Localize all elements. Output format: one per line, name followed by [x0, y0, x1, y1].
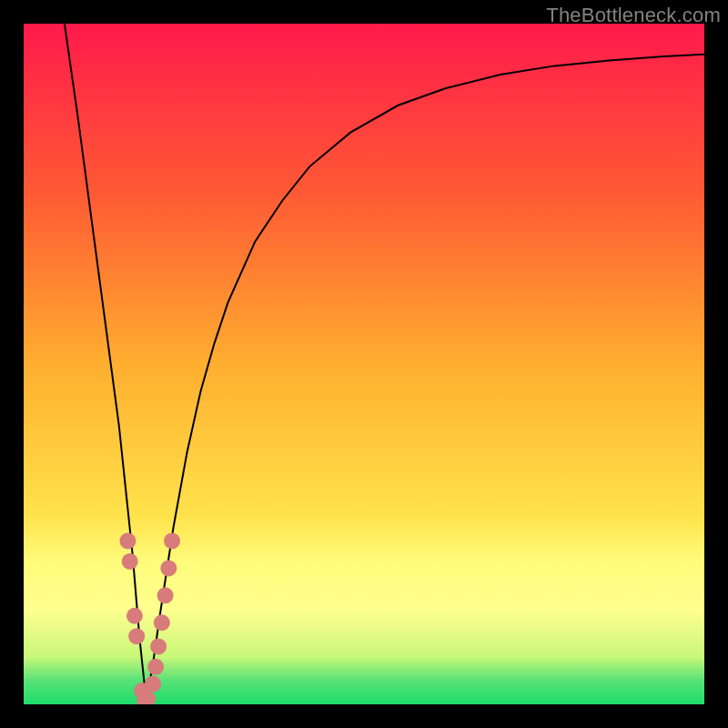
curve-marker [150, 638, 167, 654]
curve-marker [119, 532, 136, 549]
curve-marker [154, 614, 170, 631]
curve-marker [122, 553, 138, 570]
curve-marker [157, 587, 174, 603]
curve-marker [126, 608, 143, 624]
curve-marker [160, 560, 177, 576]
curve-marker [128, 628, 145, 644]
chart-frame [24, 24, 704, 704]
curve-marker [164, 532, 180, 549]
curve-marker [147, 659, 164, 675]
curve-marker [145, 676, 161, 693]
watermark-text: TheBottleneck.com [546, 4, 721, 27]
bottleneck-chart [24, 24, 704, 704]
